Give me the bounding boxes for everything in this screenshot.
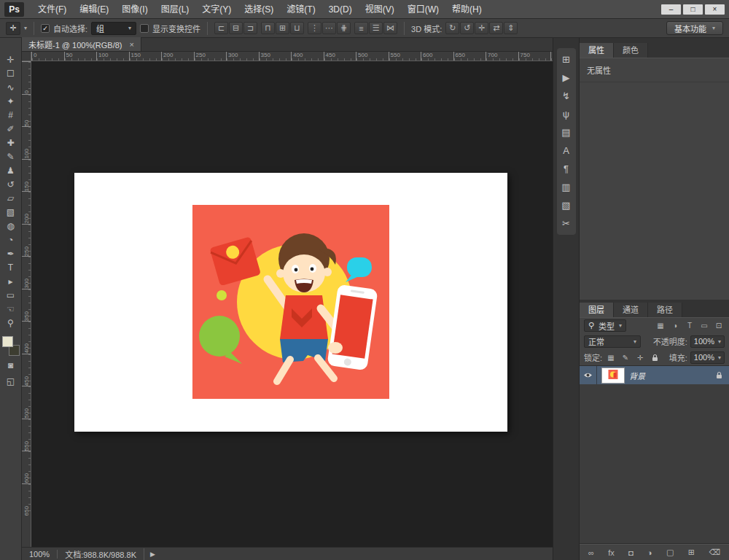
show-transform-checkbox[interactable] — [140, 24, 149, 33]
align-top-icon[interactable]: ⊓ — [261, 22, 275, 34]
document-tab-close-icon[interactable]: × — [130, 40, 134, 49]
screen-mode-icon[interactable]: ◱ — [1, 375, 20, 388]
distribute-bottom-icon[interactable]: ⋕ — [337, 22, 351, 34]
fill-field[interactable]: 100% ▾ — [690, 351, 725, 364]
align-bottom-icon[interactable]: ⊔ — [290, 22, 304, 34]
minimize-button[interactable]: – — [661, 4, 681, 15]
filter-type-layers-icon[interactable]: T — [684, 320, 695, 331]
panel-character-icon[interactable]: A — [557, 142, 576, 159]
distribute-vertical-center-icon[interactable]: ⋯ — [322, 22, 336, 34]
panel-notes-icon[interactable]: ▧ — [557, 197, 576, 214]
distribute-center-icon[interactable]: ☰ — [369, 22, 383, 34]
menu-item[interactable]: 图像(I) — [115, 0, 154, 19]
history-brush-tool[interactable]: ↺ — [1, 177, 20, 191]
align-left-icon[interactable]: ⊏ — [214, 22, 228, 34]
menu-item[interactable]: 选择(S) — [238, 0, 280, 19]
panel-tool-presets-icon[interactable]: ψ — [557, 106, 576, 122]
gradient-tool[interactable]: ▧ — [1, 205, 20, 219]
filter-shape-layers-icon[interactable]: ▭ — [698, 320, 710, 331]
3d-slide-icon[interactable]: ⇄ — [489, 22, 503, 34]
hand-tool[interactable]: ☜ — [1, 302, 20, 316]
layer-filter-type-dropdown[interactable]: ⚲ 类型 ▾ — [584, 319, 626, 332]
tool-preset-dropdown-icon[interactable]: ▾ — [24, 25, 27, 31]
menu-item[interactable]: 3D(D) — [322, 0, 359, 19]
eraser-tool[interactable]: ▱ — [1, 191, 20, 205]
document-tab[interactable]: 未标题-1 @ 100%(RGB/8) × — [22, 37, 141, 51]
path-selection-tool[interactable]: ▸ — [1, 274, 20, 288]
menu-item[interactable]: 编辑(E) — [73, 0, 115, 19]
crop-tool[interactable]: # — [1, 108, 20, 122]
lock-position-icon[interactable]: ✛ — [634, 352, 646, 363]
menu-item[interactable]: 滤镜(T) — [280, 0, 321, 19]
align-vertical-center-icon[interactable]: ⊞ — [276, 22, 289, 34]
layer-thumbnail[interactable] — [602, 368, 624, 383]
zoom-level-field[interactable]: 100% — [29, 550, 58, 559]
clone-stamp-tool[interactable]: ♟ — [1, 163, 20, 177]
pen-tool[interactable]: ✒ — [1, 246, 20, 260]
ruler-corner[interactable] — [22, 52, 31, 61]
tab-layers[interactable]: 图层 — [580, 303, 614, 317]
panel-adjustments-icon[interactable]: ⊞ — [557, 51, 576, 68]
distribute-top-icon[interactable]: ⋮ — [308, 22, 321, 34]
tab-paths[interactable]: 路径 — [648, 303, 682, 317]
layer-styles-icon[interactable]: fx — [608, 548, 615, 557]
add-layer-mask-icon[interactable]: ◘ — [628, 548, 634, 557]
adjustment-layer-icon[interactable]: ◑ — [647, 548, 652, 557]
color-swatches[interactable] — [2, 336, 20, 356]
quick-selection-tool[interactable]: ✦ — [1, 94, 20, 108]
distribute-left-icon[interactable]: ≡ — [354, 22, 368, 34]
foreground-color-swatch[interactable] — [2, 336, 13, 347]
pasteboard[interactable] — [31, 61, 553, 547]
dodge-tool[interactable]: ◔ — [1, 233, 20, 246]
filter-smart-objects-icon[interactable]: ⊡ — [713, 320, 725, 331]
menu-item[interactable]: 视图(V) — [359, 0, 401, 19]
3d-rotate-icon[interactable]: ↻ — [445, 22, 459, 34]
workspace-switcher[interactable]: 基本功能 ▾ — [666, 21, 723, 35]
move-tool[interactable]: ✛ — [1, 52, 20, 66]
panel-layer-comps-icon[interactable]: ▥ — [557, 179, 576, 195]
tab-properties[interactable]: 属性 — [580, 43, 614, 58]
menu-item[interactable]: 图层(L) — [155, 0, 196, 19]
zoom-tool[interactable]: ⚲ — [1, 316, 20, 330]
lock-transparent-pixels-icon[interactable]: ▦ — [605, 352, 617, 363]
align-right-icon[interactable]: ⊐ — [243, 22, 257, 34]
panel-actions-icon[interactable]: ▶ — [557, 69, 576, 86]
tab-channels[interactable]: 通道 — [614, 303, 648, 317]
opacity-field[interactable]: 100% ▾ — [690, 335, 725, 348]
tab-color[interactable]: 颜色 — [614, 43, 648, 58]
lock-image-pixels-icon[interactable]: ✎ — [620, 352, 631, 363]
delete-layer-icon[interactable]: ⌫ — [709, 548, 720, 557]
menu-item[interactable]: 文字(Y) — [195, 0, 238, 19]
distribute-right-icon[interactable]: ⋈ — [383, 22, 397, 34]
panel-history-icon[interactable]: ↯ — [557, 88, 576, 104]
align-horizontal-center-icon[interactable]: ⊟ — [229, 22, 243, 34]
layer-name[interactable]: 背景 — [629, 370, 716, 381]
3d-scale-icon[interactable]: ⇕ — [504, 22, 518, 34]
spot-healing-brush-tool[interactable]: ✚ — [1, 136, 20, 149]
maximize-button[interactable]: □ — [683, 4, 703, 15]
3d-drag-icon[interactable]: ✛ — [475, 22, 488, 34]
link-layers-icon[interactable]: ∞ — [588, 548, 594, 557]
menu-item[interactable]: 窗口(W) — [401, 0, 445, 19]
rectangle-tool[interactable]: ▭ — [1, 288, 20, 302]
new-group-icon[interactable]: ▢ — [666, 548, 674, 557]
3d-roll-icon[interactable]: ↺ — [460, 22, 474, 34]
document-canvas[interactable] — [74, 173, 507, 432]
new-layer-icon[interactable]: ⊞ — [688, 548, 695, 557]
lasso-tool[interactable]: ∿ — [1, 80, 20, 94]
auto-select-checkbox[interactable]: ✓ — [41, 24, 50, 33]
current-tool-icon[interactable]: ✛ — [6, 22, 20, 35]
blur-tool[interactable]: ◍ — [1, 219, 20, 233]
filter-adjustment-layers-icon[interactable]: ◑ — [669, 320, 681, 331]
panel-paragraph-icon[interactable]: ¶ — [557, 160, 576, 177]
menu-item[interactable]: 帮助(H) — [445, 0, 488, 19]
auto-select-mode-dropdown[interactable]: 组 ▾ — [91, 22, 136, 35]
quick-mask-icon[interactable]: ◙ — [1, 359, 20, 372]
layer-row-background[interactable]: 背景 — [580, 366, 729, 384]
lock-all-icon[interactable] — [649, 352, 660, 363]
horizontal-type-tool[interactable]: T — [1, 260, 20, 274]
layer-visibility-icon[interactable] — [580, 366, 597, 384]
blend-mode-dropdown[interactable]: 正常 ▾ — [584, 335, 641, 348]
photoshop-logo[interactable]: Ps — [4, 2, 24, 17]
brush-tool[interactable]: ✎ — [1, 149, 20, 163]
